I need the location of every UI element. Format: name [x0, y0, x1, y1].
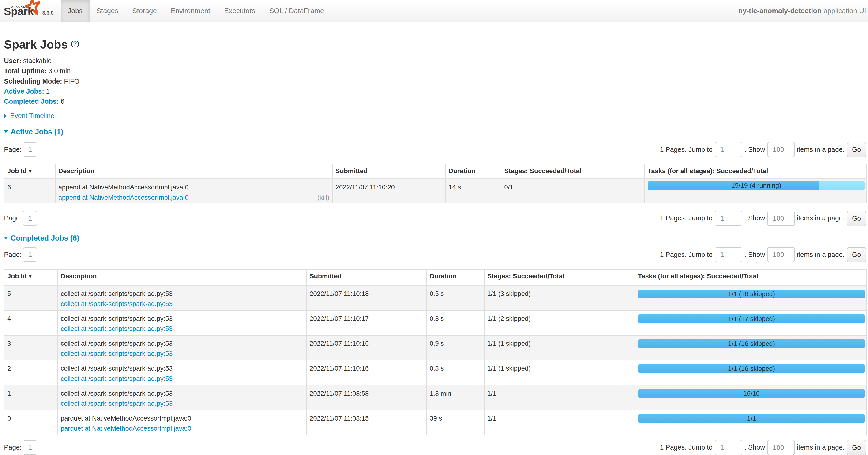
svg-text:TM: TM	[35, 13, 37, 15]
svg-text:Spark: Spark	[4, 5, 34, 17]
